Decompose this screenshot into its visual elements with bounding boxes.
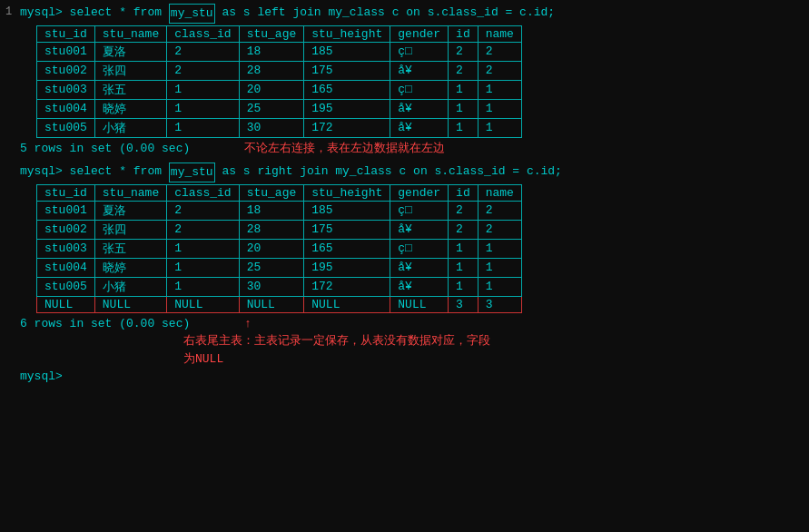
table1-cell-3-7: 1 bbox=[478, 99, 521, 118]
table1-cell-4-6: 1 bbox=[449, 118, 478, 137]
table1-cell-3-0: stu004 bbox=[37, 99, 95, 118]
table1-cell-2-6: 1 bbox=[449, 80, 478, 99]
table2-cell-3-0: stu004 bbox=[37, 258, 95, 277]
prompt1: mysql> bbox=[20, 4, 70, 22]
rows2-line: 6 rows in set (0.00 sec) ↑ bbox=[5, 315, 804, 333]
table1-row-1: stu002张四228175å¥22 bbox=[37, 61, 522, 80]
query2-line: mysql> select * from my_stu as s right j… bbox=[5, 163, 804, 182]
table2-cell-1-0: stu002 bbox=[37, 220, 95, 239]
th2-stu-name: stu_name bbox=[94, 184, 166, 201]
table1-header-row: stu_id stu_name class_id stu_age stu_hei… bbox=[37, 25, 522, 42]
table1-cell-0-0: stu001 bbox=[37, 42, 95, 61]
annotation2-line2: 为NULL bbox=[5, 350, 804, 369]
table2-cell-1-4: 175 bbox=[304, 220, 390, 239]
table1-cell-4-0: stu005 bbox=[37, 118, 95, 137]
table1-cell-2-5: ç□ bbox=[390, 80, 449, 99]
table1-cell-0-2: 2 bbox=[167, 42, 239, 61]
table1-cell-1-7: 2 bbox=[478, 61, 521, 80]
terminal: 1 mysql> select * from my_stu as s left … bbox=[0, 0, 809, 532]
table1-row-3: stu004晓婷125195å¥11 bbox=[37, 99, 522, 118]
table2-cell-3-4: 195 bbox=[304, 258, 390, 277]
table2-cell-3-5: å¥ bbox=[390, 258, 449, 277]
table1-cell-4-7: 1 bbox=[478, 118, 521, 137]
table2-cell-3-2: 1 bbox=[167, 258, 239, 277]
table2-cell-4-0: stu005 bbox=[37, 277, 95, 296]
table1-cell-3-3: 25 bbox=[239, 99, 304, 118]
table2-row-2: stu003张五120165ç□11 bbox=[37, 239, 522, 258]
th-stu-age: stu_age bbox=[239, 25, 304, 42]
sql-prefix1: select * from bbox=[70, 4, 169, 22]
table2-row-4: stu005小猪130172å¥11 bbox=[37, 277, 522, 296]
table2-cell-2-2: 1 bbox=[167, 239, 239, 258]
th2-id: id bbox=[449, 184, 478, 201]
annotation2-text2: 为NULL bbox=[183, 350, 223, 369]
table1-cell-4-3: 30 bbox=[239, 118, 304, 137]
table1-cell-4-1: 小猪 bbox=[94, 118, 166, 137]
th-class-id: class_id bbox=[167, 25, 239, 42]
table1-cell-1-3: 28 bbox=[239, 61, 304, 80]
table1-cell-1-1: 张四 bbox=[94, 61, 166, 80]
table2-null-row: NULLNULLNULLNULLNULLNULL33 bbox=[37, 296, 522, 312]
table1-cell-1-2: 2 bbox=[167, 61, 239, 80]
table1-cell-2-3: 20 bbox=[239, 80, 304, 99]
table2-cell-2-6: 1 bbox=[449, 239, 478, 258]
table2-cell-4-5: å¥ bbox=[390, 277, 449, 296]
th2-gender: gender bbox=[390, 184, 449, 201]
th2-class-id: class_id bbox=[167, 184, 239, 201]
sql-prefix2: select * from bbox=[70, 163, 169, 181]
table1-cell-0-6: 2 bbox=[449, 42, 478, 61]
table2-cell-4-3: 30 bbox=[239, 277, 304, 296]
table2-row-0: stu001夏洛218185ç□22 bbox=[37, 201, 522, 220]
table2-cell-2-3: 20 bbox=[239, 239, 304, 258]
table2-cell-4-7: 1 bbox=[478, 277, 521, 296]
table2-null-cell-1: NULL bbox=[94, 296, 166, 312]
th-stu-name: stu_name bbox=[94, 25, 166, 42]
table2-cell-1-6: 2 bbox=[449, 220, 478, 239]
table2-null-cell-0: NULL bbox=[37, 296, 95, 312]
th-name: name bbox=[478, 25, 521, 42]
table2-null-cell-2: NULL bbox=[167, 296, 239, 312]
th2-stu-age: stu_age bbox=[239, 184, 304, 201]
table2-cell-4-6: 1 bbox=[449, 277, 478, 296]
rows1-line: 5 rows in set (0.00 sec) 不论左右连接，表在左边数据就在… bbox=[5, 140, 804, 158]
rows1-text: 5 rows in set (0.00 sec) bbox=[20, 140, 190, 158]
th2-stu-id: stu_id bbox=[37, 184, 95, 201]
table2-cell-3-7: 1 bbox=[478, 258, 521, 277]
table2-cell-0-6: 2 bbox=[449, 201, 478, 220]
query1-line: 1 mysql> select * from my_stu as s left … bbox=[5, 4, 804, 24]
table2-header-row: stu_id stu_name class_id stu_age stu_hei… bbox=[37, 184, 522, 201]
table2-cell-3-3: 25 bbox=[239, 258, 304, 277]
table1-cell-3-5: å¥ bbox=[390, 99, 449, 118]
sql-suffix2: as s right join my_class c on s.class_id… bbox=[215, 163, 562, 181]
table2-container: stu_id stu_name class_id stu_age stu_hei… bbox=[20, 184, 804, 313]
table1-cell-1-0: stu002 bbox=[37, 61, 95, 80]
table1-cell-0-4: 185 bbox=[304, 42, 390, 61]
table1-row-0: stu001夏洛218185ç□22 bbox=[37, 42, 522, 61]
table2-cell-4-2: 1 bbox=[167, 277, 239, 296]
table2-cell-0-5: ç□ bbox=[390, 201, 449, 220]
annotation2-text1: 右表尾主表：主表记录一定保存，从表没有数据对应，字段 bbox=[183, 332, 490, 350]
annotation2-arrow: ↑ bbox=[244, 315, 252, 333]
th-stu-height: stu_height bbox=[304, 25, 390, 42]
table1-container: stu_id stu_name class_id stu_age stu_hei… bbox=[20, 25, 804, 138]
table2-cell-1-3: 28 bbox=[239, 220, 304, 239]
final-prompt[interactable]: mysql> bbox=[20, 368, 70, 386]
table1-cell-4-2: 1 bbox=[167, 118, 239, 137]
table2-cell-0-3: 18 bbox=[239, 201, 304, 220]
table2-null-cell-6: 3 bbox=[449, 296, 478, 312]
sql-suffix1: as s left join my_class c on s.class_id … bbox=[215, 4, 555, 22]
table2-cell-4-1: 小猪 bbox=[94, 277, 166, 296]
table2-row-1: stu002张四228175å¥22 bbox=[37, 220, 522, 239]
table2-cell-0-2: 2 bbox=[167, 201, 239, 220]
annotation2-line1: 右表尾主表：主表记录一定保存，从表没有数据对应，字段 bbox=[5, 332, 804, 350]
table2-cell-2-7: 1 bbox=[478, 239, 521, 258]
table1-cell-2-7: 1 bbox=[478, 80, 521, 99]
table2-cell-1-5: å¥ bbox=[390, 220, 449, 239]
table1-cell-1-5: å¥ bbox=[390, 61, 449, 80]
table2-cell-3-1: 晓婷 bbox=[94, 258, 166, 277]
table1-cell-1-4: 175 bbox=[304, 61, 390, 80]
table2-cell-2-0: stu003 bbox=[37, 239, 95, 258]
table2-null-cell-3: NULL bbox=[239, 296, 304, 312]
table1-cell-1-6: 2 bbox=[449, 61, 478, 80]
table1-cell-2-1: 张五 bbox=[94, 80, 166, 99]
